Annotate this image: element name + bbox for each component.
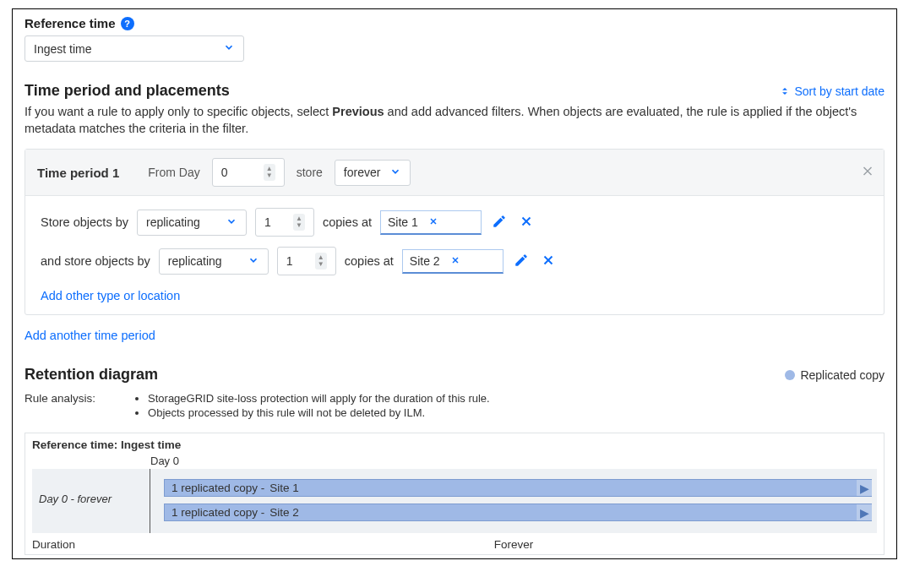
copies-value: 1 xyxy=(286,254,293,268)
reference-time-value: Ingest time xyxy=(34,42,91,56)
analysis-item: StorageGRID site-loss protection will ap… xyxy=(148,392,490,405)
add-time-period-link[interactable]: Add another time period xyxy=(24,329,155,342)
bar-site: Site 1 xyxy=(269,482,299,494)
store-value: forever xyxy=(344,166,381,179)
copies-input[interactable]: 1 ▲▼ xyxy=(255,208,314,237)
day-zero-label: Day 0 xyxy=(150,455,877,467)
arrow-right-icon: ▶ xyxy=(857,480,872,496)
edit-placement-button[interactable] xyxy=(490,212,509,233)
replication-method-select[interactable]: replicating xyxy=(137,210,247,236)
legend-text: Replicated copy xyxy=(800,368,885,382)
placements-description: If you want a rule to apply only to spec… xyxy=(24,103,885,137)
remove-site-icon[interactable] xyxy=(450,254,460,268)
arrow-right-icon: ▶ xyxy=(857,504,872,520)
retention-bar: 1 replicated copy - Site 2 ▶ xyxy=(164,504,872,521)
time-period-title: Time period 1 xyxy=(37,166,119,180)
from-day-value: 0 xyxy=(221,166,228,179)
desc-pre: If you want a rule to apply only to spec… xyxy=(24,105,332,118)
ref-time-value: Ingest time xyxy=(121,438,181,451)
diagram-bars: 1 replicated copy - Site 1 ▶ 1 replicate… xyxy=(150,469,877,533)
copies-at-label: copies at xyxy=(323,215,372,229)
edit-placement-button[interactable] xyxy=(512,251,531,272)
analysis-item: Objects processed by this rule will not … xyxy=(148,406,490,419)
add-location-link[interactable]: Add other type or location xyxy=(41,289,180,302)
remove-placement-button[interactable] xyxy=(539,251,558,272)
diagram-reference-time: Reference time: Ingest time xyxy=(32,438,877,451)
range-label: Day 0 - forever xyxy=(32,469,150,533)
rule-analysis-label: Rule analysis: xyxy=(24,392,95,421)
from-day-label: From Day xyxy=(148,166,199,179)
store-objects-by-label: Store objects by xyxy=(41,215,128,229)
rule-analysis-list: StorageGRID site-loss protection will ap… xyxy=(134,392,490,421)
placement-row: and store objects by replicating 1 ▲▼ co… xyxy=(41,247,868,275)
placement-row: Store objects by replicating 1 ▲▼ copies… xyxy=(41,208,868,237)
reference-time-label: Reference time ? xyxy=(24,16,885,30)
ref-time-label: Reference time: xyxy=(32,438,117,451)
store-duration-select[interactable]: forever xyxy=(335,160,411,186)
sort-link-text: Sort by start date xyxy=(794,84,885,98)
forever-label: Forever xyxy=(150,538,877,551)
site-name: Site 1 xyxy=(388,215,418,229)
from-day-input[interactable]: 0 ▲▼ xyxy=(212,158,285,187)
remove-site-icon[interactable] xyxy=(428,215,438,229)
chevron-down-icon xyxy=(223,41,235,56)
copies-value: 1 xyxy=(264,215,271,229)
stepper-icon[interactable]: ▲▼ xyxy=(315,253,327,270)
stepper-icon[interactable]: ▲▼ xyxy=(264,164,275,181)
duration-row: Duration Forever xyxy=(32,538,877,551)
chevron-down-icon xyxy=(389,166,401,180)
and-store-objects-by-label: and store objects by xyxy=(41,254,150,268)
time-period-header: Time period 1 From Day 0 ▲▼ store foreve… xyxy=(25,150,884,196)
method-value: replicating xyxy=(146,215,200,229)
bar-text: 1 replicated copy - xyxy=(171,506,264,519)
copies-at-label: copies at xyxy=(345,254,394,268)
stepper-icon[interactable]: ▲▼ xyxy=(293,214,305,231)
method-value: replicating xyxy=(168,254,222,268)
help-icon[interactable]: ? xyxy=(121,17,134,30)
placement-body: Store objects by replicating 1 ▲▼ copies… xyxy=(25,196,884,314)
retention-bar: 1 replicated copy - Site 1 ▶ xyxy=(164,479,872,497)
reference-time-select[interactable]: Ingest time xyxy=(24,35,244,62)
retention-heading: Retention diagram xyxy=(24,366,158,384)
site-name: Site 2 xyxy=(410,254,440,268)
duration-label: Duration xyxy=(32,538,150,551)
store-label: store xyxy=(297,166,323,179)
retention-diagram: Reference time: Ingest time Day 0 Day 0 … xyxy=(24,433,885,555)
bar-text: 1 replicated copy - xyxy=(171,482,264,494)
sort-icon xyxy=(779,85,791,97)
bar-site: Site 2 xyxy=(269,506,299,519)
chevron-down-icon xyxy=(248,254,259,269)
time-period-heading: Time period and placements xyxy=(24,82,230,100)
reference-time-text: Reference time xyxy=(24,16,116,30)
remove-period-button[interactable] xyxy=(860,164,875,182)
site-chip[interactable]: Site 1 xyxy=(380,210,482,235)
sort-by-start-date-link[interactable]: Sort by start date xyxy=(779,84,885,98)
copies-input[interactable]: 1 ▲▼ xyxy=(277,247,336,275)
legend-dot-icon xyxy=(785,370,795,380)
time-period-card: Time period 1 From Day 0 ▲▼ store foreve… xyxy=(24,149,885,315)
replication-method-select[interactable]: replicating xyxy=(159,248,269,275)
chevron-down-icon xyxy=(226,215,237,230)
rule-analysis: Rule analysis: StorageGRID site-loss pro… xyxy=(24,392,885,421)
desc-bold: Previous xyxy=(332,105,384,118)
site-chip[interactable]: Site 2 xyxy=(402,249,503,274)
legend-replicated-copy: Replicated copy xyxy=(785,368,885,382)
remove-placement-button[interactable] xyxy=(517,212,536,233)
